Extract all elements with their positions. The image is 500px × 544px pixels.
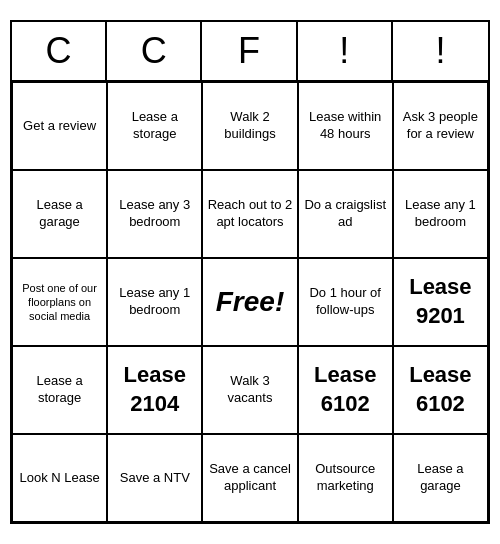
header-letter-4: ! xyxy=(393,22,488,80)
header-letter-1: C xyxy=(107,22,202,80)
cell-9: Lease any 1 bedroom xyxy=(393,170,488,258)
cell-2: Walk 2 buildings xyxy=(202,82,297,170)
cell-18: Lease 6102 xyxy=(298,346,393,434)
cell-13: Do 1 hour of follow-ups xyxy=(298,258,393,346)
cell-1: Lease a storage xyxy=(107,82,202,170)
cell-17: Walk 3 vacants xyxy=(202,346,297,434)
cell-6: Lease any 3 bedroom xyxy=(107,170,202,258)
cell-20: Look N Lease xyxy=(12,434,107,522)
cell-7: Reach out to 2 apt locators xyxy=(202,170,297,258)
header-letter-2: F xyxy=(202,22,297,80)
cell-11: Lease any 1 bedroom xyxy=(107,258,202,346)
cell-4: Ask 3 people for a review xyxy=(393,82,488,170)
cell-15: Lease a storage xyxy=(12,346,107,434)
cell-21: Save a NTV xyxy=(107,434,202,522)
header-letter-0: C xyxy=(12,22,107,80)
bingo-header: CCF!! xyxy=(12,22,488,82)
cell-8: Do a craigslist ad xyxy=(298,170,393,258)
cell-24: Lease a garage xyxy=(393,434,488,522)
cell-0: Get a review xyxy=(12,82,107,170)
cell-3: Lease within 48 hours xyxy=(298,82,393,170)
header-letter-3: ! xyxy=(298,22,393,80)
bingo-grid: Get a reviewLease a storageWalk 2 buildi… xyxy=(12,82,488,522)
cell-12: Free! xyxy=(202,258,297,346)
cell-16: Lease 2104 xyxy=(107,346,202,434)
cell-5: Lease a garage xyxy=(12,170,107,258)
cell-22: Save a cancel applicant xyxy=(202,434,297,522)
bingo-card: CCF!! Get a reviewLease a storageWalk 2 … xyxy=(10,20,490,524)
cell-23: Outsource marketing xyxy=(298,434,393,522)
cell-19: Lease 6102 xyxy=(393,346,488,434)
cell-14: Lease 9201 xyxy=(393,258,488,346)
cell-10: Post one of our floorplans on social med… xyxy=(12,258,107,346)
